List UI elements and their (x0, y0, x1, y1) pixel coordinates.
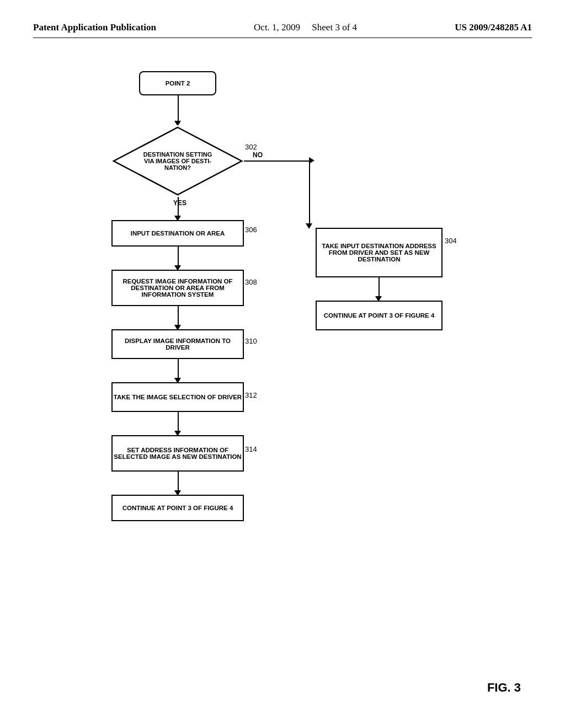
arrowhead-to-304 (306, 223, 312, 229)
node-306: INPUT DESTINATION OR AREA (111, 220, 244, 247)
arrowhead-no-right (309, 157, 315, 164)
step-302-label: 302 (245, 143, 257, 151)
node-308-text: REQUEST IMAGE INFORMATION OF DESTINATION… (113, 278, 243, 298)
node-308: REQUEST IMAGE INFORMATION OF DESTINATION… (111, 270, 244, 306)
flowchart-container: POINT 2 DESTINATION SETTINGVIA IMAGES OF… (67, 66, 498, 590)
patent-number-label: US 2009/248285 A1 (455, 22, 532, 33)
node-end-left-text: CONTINUE AT POINT 3 OF FIGURE 4 (122, 505, 233, 511)
arrow-304-to-end-right (379, 277, 380, 298)
diamond-text: DESTINATION SETTINGVIA IMAGES OF DESTI-N… (132, 151, 223, 171)
no-label: NO (253, 151, 263, 159)
step-314-label: 314 (245, 445, 257, 453)
node-304: TAKE INPUT DESTINATION ADDRESS FROM DRIV… (316, 228, 443, 277)
start-node: POINT 2 (139, 71, 216, 95)
node-310: DISPLAY IMAGE INFORMATION TO DRIVER (111, 329, 244, 359)
arrow-diamond-to-306 (178, 197, 179, 218)
arrow-start-to-diamond (178, 95, 179, 123)
arrow-308-to-310 (178, 306, 179, 327)
step-306-label: 306 (245, 226, 257, 234)
date-label: Oct. 1, 2009 (254, 22, 300, 33)
diamond-302: DESTINATION SETTINGVIA IMAGES OF DESTI-N… (111, 125, 244, 197)
node-314: SET ADDRESS INFORMATION OF SELECTED IMAG… (111, 435, 244, 472)
arrow-310-to-312 (178, 359, 179, 380)
node-304-text: TAKE INPUT DESTINATION ADDRESS FROM DRIV… (317, 243, 441, 263)
arrow-no-h (244, 160, 310, 162)
yes-label: YES (173, 199, 186, 207)
arrow-314-to-end (178, 472, 179, 493)
node-end-right-text: CONTINUE AT POINT 3 OF FIGURE 4 (324, 312, 435, 319)
step-304-label: 304 (445, 237, 457, 245)
publication-label: Patent Application Publication (33, 22, 156, 33)
sheet-label: Sheet 3 of 4 (312, 22, 357, 33)
arrow-312-to-314 (178, 412, 179, 433)
node-310-text: DISPLAY IMAGE INFORMATION TO DRIVER (113, 338, 243, 351)
node-end-right: CONTINUE AT POINT 3 OF FIGURE 4 (316, 301, 443, 330)
arrow-306-to-308 (178, 247, 179, 267)
node-306-text: INPUT DESTINATION OR AREA (131, 230, 225, 237)
step-308-label: 308 (245, 278, 257, 286)
step-310-label: 310 (245, 337, 257, 345)
arrow-no-v (309, 160, 310, 226)
step-312-label: 312 (245, 391, 257, 399)
node-312: TAKE THE IMAGE SELECTION OF DRIVER (111, 382, 244, 412)
figure-caption: FIG. 3 (487, 681, 521, 695)
page-header: Patent Application Publication Oct. 1, 2… (33, 22, 532, 38)
page: Patent Application Publication Oct. 1, 2… (0, 0, 565, 728)
date-sheet-label: Oct. 1, 2009 Sheet 3 of 4 (254, 22, 357, 33)
node-314-text: SET ADDRESS INFORMATION OF SELECTED IMAG… (113, 447, 243, 460)
node-312-text: TAKE THE IMAGE SELECTION OF DRIVER (114, 394, 242, 400)
node-end-left: CONTINUE AT POINT 3 OF FIGURE 4 (111, 495, 244, 521)
